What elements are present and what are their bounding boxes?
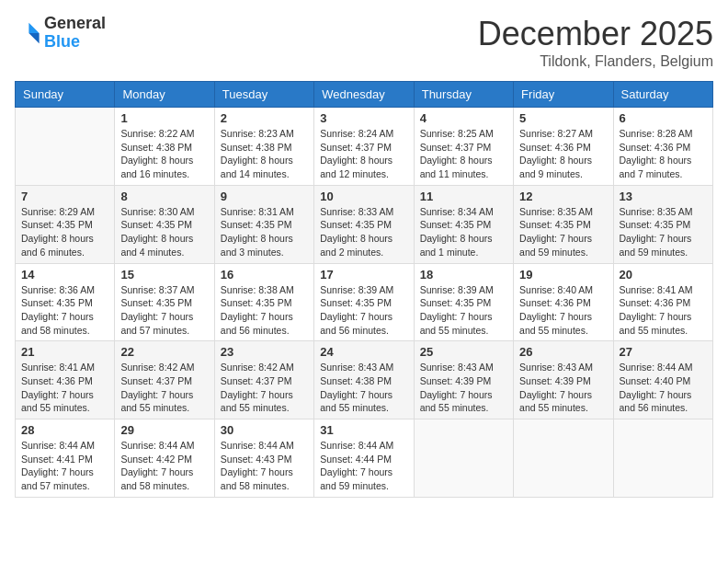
title-area: December 2025 Tildonk, Flanders, Belgium	[478, 15, 713, 70]
calendar-day-cell	[414, 419, 513, 498]
calendar-day-cell: 14Sunrise: 8:36 AMSunset: 4:35 PMDayligh…	[16, 263, 115, 341]
day-number: 21	[21, 345, 108, 359]
calendar-day-cell: 23Sunrise: 8:42 AMSunset: 4:37 PMDayligh…	[214, 341, 313, 419]
day-number: 29	[120, 423, 208, 437]
day-number: 9	[221, 190, 308, 203]
day-number: 24	[320, 345, 407, 359]
calendar-day-cell: 6Sunrise: 8:28 AMSunset: 4:36 PMDaylight…	[613, 108, 712, 186]
day-number: 31	[320, 423, 407, 437]
day-info: Sunrise: 8:38 AMSunset: 4:35 PMDaylight:…	[221, 283, 308, 338]
calendar-day-cell: 24Sunrise: 8:43 AMSunset: 4:38 PMDayligh…	[314, 341, 414, 419]
calendar-day-cell: 31Sunrise: 8:44 AMSunset: 4:44 PMDayligh…	[314, 419, 414, 498]
day-info: Sunrise: 8:25 AMSunset: 4:37 PMDaylight:…	[420, 127, 507, 181]
logo-text: General Blue	[44, 15, 106, 52]
calendar-day-cell: 18Sunrise: 8:39 AMSunset: 4:35 PMDayligh…	[414, 263, 513, 341]
day-info: Sunrise: 8:34 AMSunset: 4:35 PMDaylight:…	[420, 205, 507, 259]
day-info: Sunrise: 8:39 AMSunset: 4:35 PMDaylight:…	[420, 283, 507, 338]
weekday-header-monday: Monday	[115, 82, 214, 108]
day-info: Sunrise: 8:24 AMSunset: 4:37 PMDaylight:…	[320, 127, 407, 181]
day-number: 4	[420, 111, 507, 125]
svg-marker-1	[28, 33, 39, 43]
day-info: Sunrise: 8:43 AMSunset: 4:39 PMDaylight:…	[519, 361, 607, 415]
day-info: Sunrise: 8:44 AMSunset: 4:40 PMDaylight:…	[620, 361, 707, 415]
calendar-day-cell: 29Sunrise: 8:44 AMSunset: 4:42 PMDayligh…	[115, 419, 214, 498]
calendar-day-cell: 28Sunrise: 8:44 AMSunset: 4:41 PMDayligh…	[16, 419, 115, 498]
day-info: Sunrise: 8:43 AMSunset: 4:38 PMDaylight:…	[320, 361, 407, 415]
day-info: Sunrise: 8:33 AMSunset: 4:35 PMDaylight:…	[320, 205, 407, 259]
calendar-day-cell: 19Sunrise: 8:40 AMSunset: 4:36 PMDayligh…	[514, 263, 613, 341]
day-info: Sunrise: 8:31 AMSunset: 4:35 PMDaylight:…	[221, 205, 308, 259]
calendar-week-row: 7Sunrise: 8:29 AMSunset: 4:35 PMDaylight…	[16, 185, 713, 263]
day-info: Sunrise: 8:30 AMSunset: 4:35 PMDaylight:…	[120, 205, 208, 259]
page-header: General Blue December 2025 Tildonk, Flan…	[15, 15, 713, 70]
calendar-day-cell: 21Sunrise: 8:41 AMSunset: 4:36 PMDayligh…	[16, 341, 115, 419]
day-number: 16	[221, 268, 308, 282]
weekday-header-wednesday: Wednesday	[314, 82, 414, 108]
day-info: Sunrise: 8:42 AMSunset: 4:37 PMDaylight:…	[221, 361, 308, 415]
day-info: Sunrise: 8:37 AMSunset: 4:35 PMDaylight:…	[120, 283, 208, 338]
day-number: 26	[519, 345, 607, 359]
calendar-week-row: 1Sunrise: 8:22 AMSunset: 4:38 PMDaylight…	[16, 108, 713, 186]
weekday-header-thursday: Thursday	[414, 82, 513, 108]
calendar-day-cell: 22Sunrise: 8:42 AMSunset: 4:37 PMDayligh…	[115, 341, 214, 419]
weekday-header-sunday: Sunday	[16, 82, 115, 108]
calendar-day-cell: 25Sunrise: 8:43 AMSunset: 4:39 PMDayligh…	[414, 341, 513, 419]
location: Tildonk, Flanders, Belgium	[478, 53, 713, 70]
calendar-day-cell: 7Sunrise: 8:29 AMSunset: 4:35 PMDaylight…	[16, 185, 115, 263]
day-info: Sunrise: 8:42 AMSunset: 4:37 PMDaylight:…	[120, 361, 208, 415]
calendar-day-cell: 17Sunrise: 8:39 AMSunset: 4:35 PMDayligh…	[314, 263, 414, 341]
calendar-day-cell: 4Sunrise: 8:25 AMSunset: 4:37 PMDaylight…	[414, 108, 513, 186]
day-info: Sunrise: 8:36 AMSunset: 4:35 PMDaylight:…	[21, 283, 108, 338]
calendar-day-cell: 5Sunrise: 8:27 AMSunset: 4:36 PMDaylight…	[514, 108, 613, 186]
day-info: Sunrise: 8:44 AMSunset: 4:41 PMDaylight:…	[21, 439, 108, 493]
svg-marker-0	[28, 23, 39, 33]
day-number: 15	[120, 268, 208, 282]
day-number: 8	[120, 190, 208, 203]
day-number: 6	[620, 111, 707, 125]
day-number: 10	[320, 190, 407, 203]
day-info: Sunrise: 8:27 AMSunset: 4:36 PMDaylight:…	[519, 127, 607, 181]
day-number: 20	[620, 268, 707, 282]
calendar-day-cell: 20Sunrise: 8:41 AMSunset: 4:36 PMDayligh…	[613, 263, 712, 341]
day-number: 19	[519, 268, 607, 282]
day-info: Sunrise: 8:29 AMSunset: 4:35 PMDaylight:…	[21, 205, 108, 259]
calendar-table: SundayMondayTuesdayWednesdayThursdayFrid…	[15, 81, 713, 498]
day-info: Sunrise: 8:28 AMSunset: 4:36 PMDaylight:…	[620, 127, 707, 181]
day-number: 11	[420, 190, 507, 203]
day-info: Sunrise: 8:22 AMSunset: 4:38 PMDaylight:…	[120, 127, 208, 181]
calendar-day-cell: 9Sunrise: 8:31 AMSunset: 4:35 PMDaylight…	[214, 185, 313, 263]
day-number: 22	[120, 345, 208, 359]
day-info: Sunrise: 8:44 AMSunset: 4:43 PMDaylight:…	[221, 439, 308, 493]
day-number: 1	[120, 111, 208, 125]
day-info: Sunrise: 8:44 AMSunset: 4:42 PMDaylight:…	[120, 439, 208, 493]
calendar-day-cell: 16Sunrise: 8:38 AMSunset: 4:35 PMDayligh…	[214, 263, 313, 341]
day-info: Sunrise: 8:44 AMSunset: 4:44 PMDaylight:…	[320, 439, 407, 493]
day-number: 2	[221, 111, 308, 125]
day-info: Sunrise: 8:23 AMSunset: 4:38 PMDaylight:…	[221, 127, 308, 181]
weekday-header-friday: Friday	[514, 82, 613, 108]
day-number: 12	[519, 190, 607, 203]
logo: General Blue	[15, 15, 106, 52]
weekday-header-row: SundayMondayTuesdayWednesdayThursdayFrid…	[16, 82, 713, 108]
calendar-day-cell: 8Sunrise: 8:30 AMSunset: 4:35 PMDaylight…	[115, 185, 214, 263]
day-info: Sunrise: 8:35 AMSunset: 4:35 PMDaylight:…	[519, 205, 607, 259]
day-number: 7	[21, 190, 108, 203]
day-info: Sunrise: 8:41 AMSunset: 4:36 PMDaylight:…	[620, 283, 707, 338]
calendar-day-cell: 11Sunrise: 8:34 AMSunset: 4:35 PMDayligh…	[414, 185, 513, 263]
day-number: 5	[519, 111, 607, 125]
calendar-day-cell: 26Sunrise: 8:43 AMSunset: 4:39 PMDayligh…	[514, 341, 613, 419]
calendar-day-cell	[16, 108, 115, 186]
day-info: Sunrise: 8:41 AMSunset: 4:36 PMDaylight:…	[21, 361, 108, 415]
day-number: 13	[620, 190, 707, 203]
day-info: Sunrise: 8:39 AMSunset: 4:35 PMDaylight:…	[320, 283, 407, 338]
calendar-day-cell	[514, 419, 613, 498]
calendar-day-cell: 13Sunrise: 8:35 AMSunset: 4:35 PMDayligh…	[613, 185, 712, 263]
calendar-week-row: 21Sunrise: 8:41 AMSunset: 4:36 PMDayligh…	[16, 341, 713, 419]
calendar-day-cell: 15Sunrise: 8:37 AMSunset: 4:35 PMDayligh…	[115, 263, 214, 341]
calendar-day-cell: 27Sunrise: 8:44 AMSunset: 4:40 PMDayligh…	[613, 341, 712, 419]
month-title: December 2025	[478, 15, 713, 53]
day-number: 30	[221, 423, 308, 437]
calendar-day-cell: 30Sunrise: 8:44 AMSunset: 4:43 PMDayligh…	[214, 419, 313, 498]
day-info: Sunrise: 8:43 AMSunset: 4:39 PMDaylight:…	[420, 361, 507, 415]
day-info: Sunrise: 8:35 AMSunset: 4:35 PMDaylight:…	[620, 205, 707, 259]
